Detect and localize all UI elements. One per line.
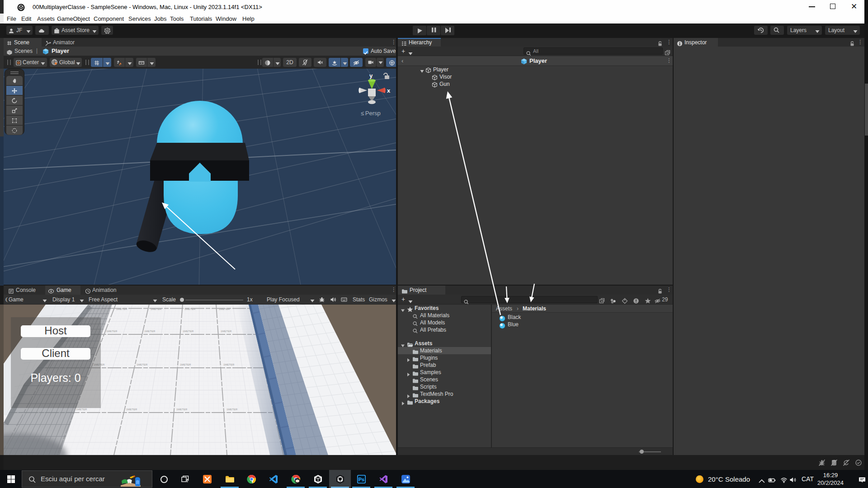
svg-text:1METER: 1METER: [126, 408, 137, 411]
svg-text:1METER: 1METER: [137, 363, 148, 366]
svg-text:1METER: 1METER: [226, 408, 238, 411]
svg-text:1METER: 1METER: [176, 408, 188, 411]
svg-text:≤ Persp: ≤ Persp: [361, 110, 381, 117]
svg-text:1METER: 1METER: [144, 330, 156, 333]
svg-text:1METER: 1METER: [219, 308, 230, 310]
svg-text:1METER: 1METER: [76, 408, 87, 411]
svg-text:1METER: 1METER: [183, 330, 194, 333]
svg-text:y: y: [369, 72, 373, 79]
svg-text:1METER: 1METER: [151, 308, 162, 310]
svg-text:1METER: 1METER: [223, 363, 235, 366]
svg-text:1METER: 1METER: [180, 363, 191, 366]
svg-text:Ps: Ps: [359, 477, 364, 482]
svg-text:1METER: 1METER: [221, 330, 232, 333]
svg-text:Host: Host: [44, 324, 67, 337]
svg-text:Y: Y: [97, 63, 99, 66]
svg-text:x: x: [387, 87, 391, 94]
svg-text:1METER: 1METER: [116, 308, 127, 310]
svg-text:1METER: 1METER: [184, 308, 196, 310]
svg-text:Players: 0: Players: 0: [30, 371, 80, 384]
svg-text:1METER: 1METER: [106, 330, 118, 333]
svg-text:Client: Client: [42, 347, 70, 359]
